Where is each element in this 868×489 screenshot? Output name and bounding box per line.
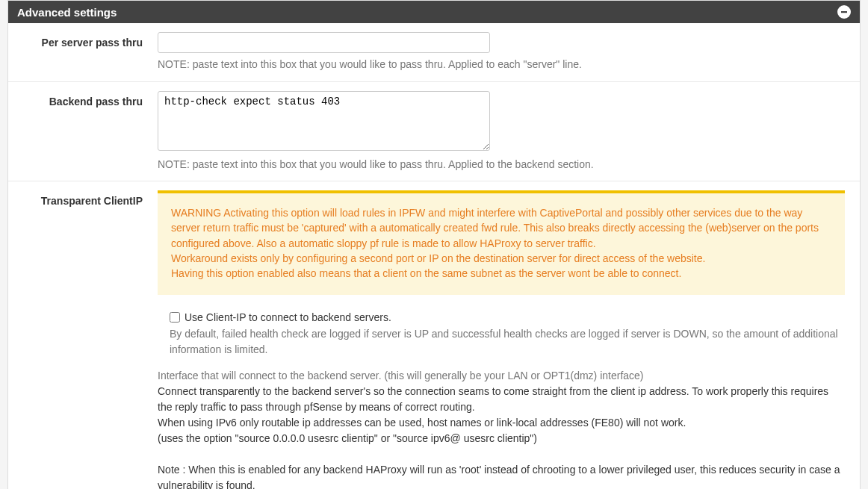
checkbox-help: By default, failed health check are logg…: [158, 326, 845, 358]
desc-p1: Connect transparently to the backend ser…: [158, 385, 828, 413]
label-backend: Backend pass thru: [8, 91, 158, 172]
row-backend-passthru: Backend pass thru NOTE: paste text into …: [8, 82, 860, 182]
desc-note: Note : When this is enabled for any back…: [158, 464, 840, 489]
checkbox-row: Use Client-IP to connect to backend serv…: [158, 311, 845, 323]
panel-title: Advanced settings: [17, 6, 117, 19]
row-per-server-passthru: Per server pass thru NOTE: paste text in…: [8, 23, 860, 82]
warning-text-3: Having this option enabled also means th…: [171, 267, 681, 279]
description-block: Interface that will connect to the backe…: [158, 368, 845, 489]
svg-rect-0: [841, 11, 847, 13]
use-clientip-label[interactable]: Use Client-IP to connect to backend serv…: [185, 311, 391, 323]
collapse-icon[interactable]: [837, 5, 851, 19]
per-server-input[interactable]: [158, 32, 490, 53]
label-per-server: Per server pass thru: [8, 32, 158, 72]
backend-note: NOTE: paste text into this box that you …: [158, 158, 845, 172]
backend-textarea[interactable]: [158, 91, 490, 151]
use-clientip-checkbox[interactable]: [170, 312, 180, 323]
desc-interface: Interface that will connect to the backe…: [158, 370, 644, 381]
row-transparent-clientip: Transparent ClientIP WARNING Activating …: [8, 181, 860, 489]
label-transparent: Transparent ClientIP: [8, 190, 158, 489]
advanced-settings-panel: Advanced settings Per server pass thru N…: [7, 0, 861, 489]
desc-p2: When using IPv6 only routable ip address…: [158, 417, 686, 429]
per-server-note: NOTE: paste text into this box that you …: [158, 57, 845, 72]
warning-alert: WARNING Activating this option will load…: [158, 190, 845, 294]
warning-text-2: Workaround exists only by configuring a …: [171, 252, 705, 264]
warning-text-1: WARNING Activating this option will load…: [171, 207, 819, 249]
panel-header: Advanced settings: [8, 1, 860, 23]
desc-p3: (uses the option "source 0.0.0.0 usesrc …: [158, 432, 537, 444]
